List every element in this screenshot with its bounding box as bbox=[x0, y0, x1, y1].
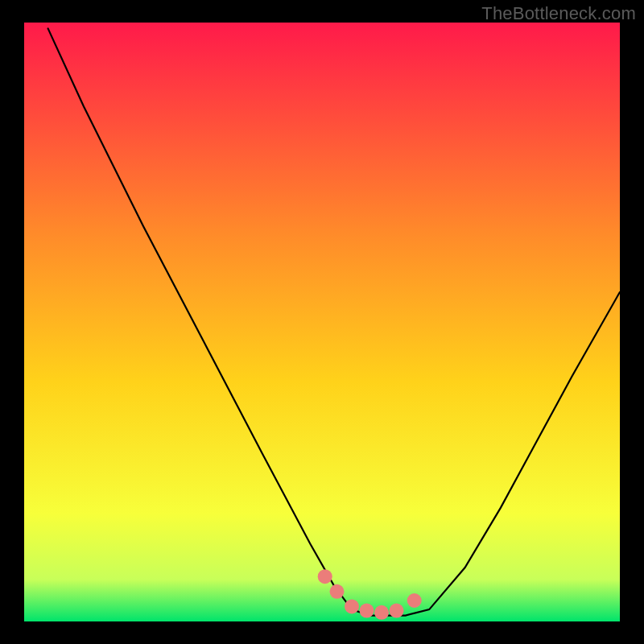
chart-frame: TheBottleneck.com bbox=[0, 0, 644, 644]
optimal-marker bbox=[390, 604, 404, 618]
watermark-text: TheBottleneck.com bbox=[481, 3, 636, 24]
optimal-marker bbox=[345, 599, 359, 613]
optimal-marker bbox=[318, 569, 332, 584]
optimal-marker bbox=[407, 593, 422, 608]
bottleneck-chart bbox=[0, 0, 644, 644]
plot-background bbox=[24, 23, 620, 621]
optimal-marker bbox=[374, 605, 389, 620]
optimal-marker bbox=[360, 604, 374, 618]
optimal-marker bbox=[330, 584, 345, 599]
